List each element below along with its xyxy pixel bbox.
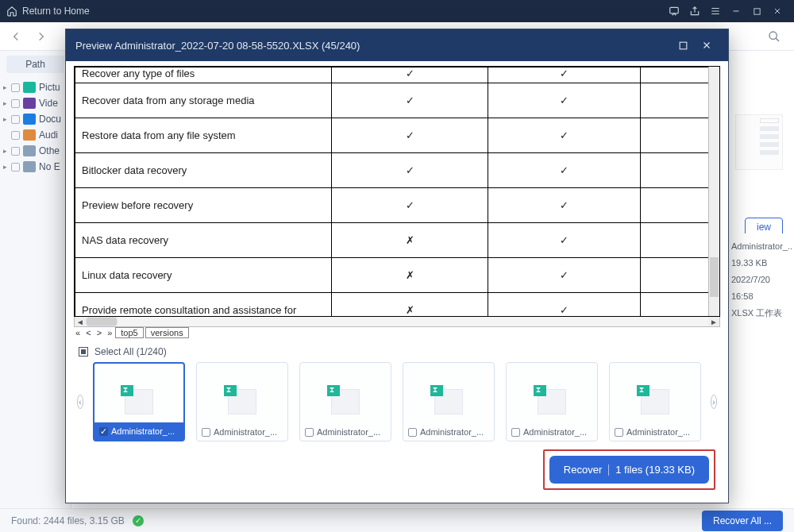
nav-forward-button[interactable]: [33, 29, 49, 44]
gallery-prev-button[interactable]: ‹: [77, 395, 83, 409]
feedback-icon[interactable]: [664, 1, 684, 21]
col-b-cell: ✓: [488, 153, 641, 188]
thumb-checkbox[interactable]: [511, 428, 520, 437]
vertical-scrollbar[interactable]: [708, 67, 719, 316]
thumb-label: Administrator_...: [111, 426, 175, 436]
table-row: Restore data from any file system✓✓: [75, 118, 719, 153]
thumbnail-item[interactable]: Administrator_...: [403, 362, 495, 441]
scroll-left-icon[interactable]: ◄: [75, 318, 86, 326]
thumb-label: Administrator_...: [420, 427, 484, 437]
xlsx-file-icon: [641, 389, 669, 414]
sidebar-item-audio[interactable]: Audi: [0, 127, 71, 143]
col-a-cell: ✓: [332, 153, 488, 188]
col-a-cell: ✗: [332, 223, 488, 258]
col-b-cell: ✓: [488, 118, 641, 153]
col-b-cell: ✓: [488, 83, 641, 118]
thumbnail-item[interactable]: Administrator_...: [609, 362, 701, 441]
detail-date: 2022/7/20 16:58: [731, 272, 789, 305]
col-c-cell: [641, 67, 719, 83]
arrow-left-icon: [10, 31, 21, 42]
col-c-cell: [641, 118, 719, 153]
sheet-tab-versions[interactable]: versions: [145, 327, 189, 338]
table-row: Linux data recovery✗✓: [75, 258, 719, 293]
recover-button[interactable]: Recover 1 files (19.33 KB): [549, 456, 709, 484]
sidebar-item-other[interactable]: ▸Othe: [0, 143, 71, 159]
share-icon[interactable]: [684, 1, 705, 21]
close-button[interactable]: [767, 1, 788, 21]
col-a-cell: ✗: [332, 258, 488, 293]
maximize-button[interactable]: [746, 1, 767, 21]
xlsx-file-icon: [331, 389, 360, 414]
svg-rect-3: [680, 42, 687, 49]
thumb-label: Administrator_...: [214, 427, 277, 437]
modal-close-button[interactable]: [695, 33, 719, 57]
sidebar-item-pictures[interactable]: ▸Pictu: [0, 79, 71, 95]
status-bar: Found: 2444 files, 3.15 GB ✓ Recover All…: [0, 508, 794, 532]
search-button[interactable]: [762, 25, 786, 48]
sidebar-item-noext[interactable]: ▸No E: [0, 159, 71, 175]
sheet-nav-buttons[interactable]: « < > »: [75, 328, 114, 337]
detail-type: XLSX 工作表: [731, 305, 789, 322]
thumbnail-gallery: ‹ ✓Administrator_...Administrator_...Adm…: [74, 362, 720, 449]
col-c-cell: [641, 153, 719, 188]
thumb-checkbox[interactable]: ✓: [99, 427, 108, 436]
svg-rect-0: [670, 7, 679, 13]
feature-cell: Bitlocker data recovery: [75, 153, 332, 188]
status-found-text: Found: 2444 files, 3.15 GB: [11, 515, 125, 526]
xlsx-file-icon: [125, 389, 153, 414]
path-tab[interactable]: Path: [6, 56, 64, 73]
thumbnail-item[interactable]: Administrator_...: [196, 362, 288, 441]
sheet-tab-top5[interactable]: top5: [115, 327, 143, 338]
col-a-cell: ✓: [332, 118, 488, 153]
col-b-cell: ✓: [488, 258, 641, 293]
recover-info: 1 files (19.33 KB): [615, 464, 695, 476]
table-row: Recover any type of files✓✓: [75, 67, 719, 83]
feature-table: Recover any type of files✓✓Recover data …: [75, 67, 719, 317]
feature-cell: Linux data recovery: [75, 258, 332, 293]
return-home-button[interactable]: Return to Home: [6, 6, 90, 17]
thumb-checkbox[interactable]: [202, 428, 210, 437]
col-c-cell: [641, 188, 719, 223]
col-b-cell: ✓: [488, 293, 641, 318]
app-titlebar: Return to Home: [0, 0, 794, 22]
xlsx-file-icon: [228, 389, 256, 414]
xlsx-file-icon: [538, 389, 566, 414]
sheet-tab-bar: « < > » top5 versions: [74, 327, 720, 338]
recover-all-button[interactable]: Recover All ...: [702, 511, 783, 531]
nav-back-button[interactable]: [8, 29, 24, 44]
col-b-cell: ✓: [488, 223, 641, 258]
select-all-row[interactable]: Select All (1/240): [74, 338, 720, 362]
select-all-checkbox[interactable]: [79, 347, 88, 357]
status-ok-icon: ✓: [133, 515, 144, 526]
sidebar-item-documents[interactable]: ▸Docu: [0, 111, 71, 127]
gallery-next-button[interactable]: ›: [711, 395, 717, 409]
thumb-label: Administrator_...: [523, 427, 587, 437]
col-c-cell: [641, 258, 719, 293]
thumbnail-item[interactable]: ✓Administrator_...: [93, 362, 185, 441]
recover-label: Recover: [564, 464, 602, 476]
sidebar-item-videos[interactable]: ▸Vide: [0, 95, 71, 111]
table-row: Provide remote consultation and assistan…: [75, 293, 719, 318]
modal-maximize-button[interactable]: [671, 33, 695, 57]
col-a-cell: ✓: [332, 83, 488, 118]
thumbnail-item[interactable]: Administrator_...: [299, 362, 391, 441]
home-icon: [6, 6, 17, 17]
file-details-panel: Administrator_.. 19.33 KB 2022/7/20 16:5…: [727, 233, 794, 326]
minimize-button[interactable]: [726, 1, 746, 21]
thumb-checkbox[interactable]: [408, 428, 417, 437]
thumbnail-item[interactable]: Administrator_...: [506, 362, 598, 441]
arrow-right-icon: [36, 31, 47, 42]
thumb-checkbox[interactable]: [615, 428, 623, 437]
detail-size: 19.33 KB: [731, 255, 789, 272]
table-row: Preview before recovery✓✓: [75, 188, 719, 223]
feature-cell: Preview before recovery: [75, 188, 332, 223]
return-home-label: Return to Home: [22, 6, 90, 17]
horizontal-scrollbar[interactable]: ◄ ►: [74, 317, 720, 327]
menu-icon[interactable]: [705, 1, 726, 21]
thumb-checkbox[interactable]: [305, 428, 314, 437]
scroll-right-icon[interactable]: ►: [708, 318, 719, 326]
detail-name: Administrator_..: [731, 238, 789, 255]
col-a-cell: ✗: [332, 293, 488, 318]
file-preview-thumbnail: [735, 114, 783, 170]
modal-title: Preview Administrator_2022-07-20 08-58-5…: [75, 40, 360, 52]
